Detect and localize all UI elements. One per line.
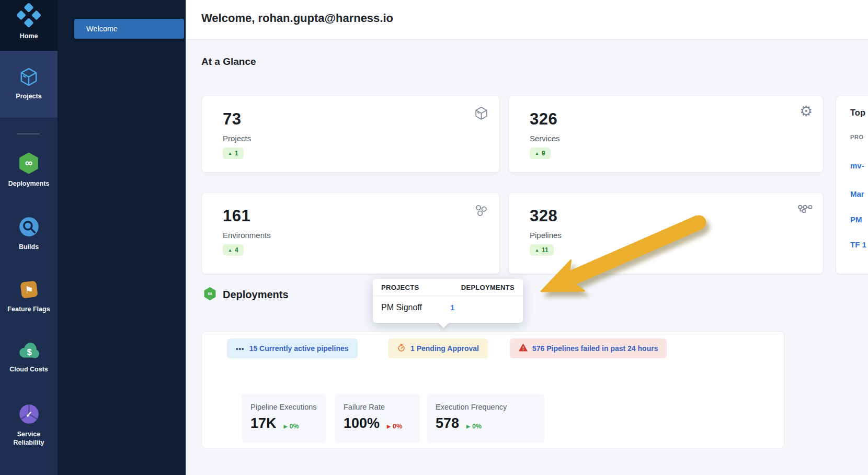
sidebar-item-label: Feature Flags bbox=[3, 305, 55, 313]
svg-text:∞: ∞ bbox=[25, 157, 32, 168]
sidebar-item-home[interactable]: Home bbox=[0, 3, 58, 40]
stat-value: 328 bbox=[530, 207, 557, 225]
sidebar-divider bbox=[17, 133, 40, 134]
project-link[interactable]: mv- bbox=[850, 161, 864, 170]
metric-failure-rate: Failure Rate 100% ▶ 0% bbox=[335, 394, 420, 443]
sidebar-item-label: Home bbox=[3, 32, 55, 40]
sidebar-item-label: Service Reliability bbox=[3, 430, 55, 447]
trend-play-icon: ▶ bbox=[284, 424, 288, 429]
pending-approval-badge[interactable]: 1 Pending Approval bbox=[388, 338, 488, 358]
stat-value: 73 bbox=[223, 110, 241, 129]
metric-execution-frequency: Execution Frequency 578 ▶ 0% bbox=[427, 394, 544, 443]
svg-text:$: $ bbox=[27, 347, 32, 357]
sidebar-item-label: Deployments bbox=[3, 179, 55, 188]
metric-delta: ▶ 0% bbox=[466, 423, 482, 430]
deployments-heading: ∞ Deployments bbox=[203, 287, 289, 303]
metric-delta: ▶ 0% bbox=[284, 423, 299, 430]
gear-icon: ⚙ bbox=[800, 103, 813, 120]
sidebar-item-projects[interactable]: Projects bbox=[0, 66, 58, 100]
project-link[interactable]: TF 1 bbox=[850, 240, 866, 249]
project-link[interactable]: Mar bbox=[850, 189, 864, 198]
sidebar-item-builds[interactable]: Builds bbox=[0, 216, 58, 251]
delta-badge: ▲ 11 bbox=[530, 244, 554, 256]
cloud-costs-icon: $ bbox=[17, 342, 41, 363]
deployments-heading-label: Deployments bbox=[223, 289, 289, 301]
environments-cluster-icon bbox=[473, 202, 489, 220]
subnav-item-label: Welcome bbox=[86, 25, 118, 33]
metric-label: Failure Rate bbox=[344, 403, 420, 411]
stat-value: 161 bbox=[223, 207, 250, 225]
svg-text:∞: ∞ bbox=[208, 290, 212, 297]
sidebar-item-label: Builds bbox=[3, 243, 55, 251]
builds-icon bbox=[18, 216, 40, 240]
popup-col-projects: PROJECTS bbox=[381, 284, 419, 291]
trend-up-icon: ▲ bbox=[228, 151, 232, 156]
popup-col-deployments: DEPLOYMENTS bbox=[461, 284, 515, 291]
at-a-glance-heading: At a Glance bbox=[201, 56, 256, 67]
cube-icon bbox=[474, 106, 489, 123]
trend-play-icon: ▶ bbox=[387, 424, 391, 429]
svg-text:⚑: ⚑ bbox=[25, 285, 33, 296]
stopwatch-icon bbox=[397, 343, 406, 354]
projects-cube-icon bbox=[18, 66, 39, 89]
service-reliability-icon: ✓ bbox=[18, 403, 40, 427]
failed-pipelines-badge[interactable]: 576 Pipelines failed in past 24 hours bbox=[510, 338, 667, 358]
deployments-popup: PROJECTS DEPLOYMENTS PM Signoff 1 bbox=[373, 279, 523, 323]
pipeline-graph-icon bbox=[797, 202, 813, 220]
glance-card-pipelines[interactable]: 328 Pipelines ▲ 11 bbox=[508, 193, 824, 274]
glance-card-services[interactable]: 326 Services ▲ 9 ⚙ bbox=[508, 96, 824, 173]
deployments-hexagon-icon: ∞ bbox=[17, 152, 40, 177]
trend-up-icon: ▲ bbox=[535, 248, 539, 253]
sidebar-item-label: Cloud Costs bbox=[3, 365, 55, 374]
metric-delta: ▶ 0% bbox=[387, 423, 402, 430]
metric-value: 17K bbox=[250, 415, 277, 432]
stat-label: Services bbox=[530, 134, 560, 143]
delta-badge: ▲ 1 bbox=[223, 148, 244, 159]
popup-project-name: PM Signoff bbox=[381, 303, 422, 312]
top-card-column-label: PRO bbox=[850, 134, 864, 140]
module-sidebar: Home Projects ∞ Deployments bbox=[0, 0, 58, 475]
active-pipelines-badge[interactable]: ••• 15 Currently active pipelines bbox=[227, 338, 358, 358]
harness-dashboard: Home Projects ∞ Deployments bbox=[0, 0, 868, 475]
project-link[interactable]: PM bbox=[850, 215, 862, 224]
stat-label: Projects bbox=[223, 134, 251, 143]
metric-label: Pipeline Executions bbox=[250, 403, 326, 411]
sidebar-item-feature-flags[interactable]: ⚑ Feature Flags bbox=[0, 279, 58, 313]
page-title: Welcome, rohan.gupta@harness.io bbox=[201, 12, 393, 25]
stat-label: Environments bbox=[223, 231, 271, 240]
sidebar-item-service-reliability[interactable]: ✓ Service Reliability bbox=[0, 403, 58, 447]
metric-pipeline-executions: Pipeline Executions 17K ▶ 0% bbox=[242, 394, 326, 443]
glance-card-projects[interactable]: 73 Projects ▲ 1 bbox=[201, 96, 500, 173]
feature-flags-icon: ⚑ bbox=[18, 279, 40, 302]
trend-play-icon: ▶ bbox=[466, 424, 470, 429]
page-header: Welcome, rohan.gupta@harness.io bbox=[186, 0, 868, 40]
deployments-hexagon-icon: ∞ bbox=[203, 287, 217, 303]
sidebar-item-deployments[interactable]: ∞ Deployments bbox=[0, 152, 58, 188]
sidebar-item-label: Projects bbox=[3, 92, 55, 100]
stat-value: 326 bbox=[530, 110, 557, 129]
stat-label: Pipelines bbox=[530, 231, 562, 240]
popup-row: PM Signoff 1 bbox=[373, 296, 523, 322]
trend-up-icon: ▲ bbox=[535, 151, 539, 156]
glance-card-environments[interactable]: 161 Environments ▲ 4 bbox=[201, 193, 500, 274]
metric-value: 578 bbox=[436, 415, 459, 432]
sidebar-item-cloud-costs[interactable]: $ Cloud Costs bbox=[0, 342, 58, 374]
popup-header: PROJECTS DEPLOYMENTS bbox=[373, 279, 523, 296]
deployments-panel: ••• 15 Currently active pipelines 1 Pend… bbox=[201, 331, 784, 448]
metric-label: Execution Frequency bbox=[436, 403, 544, 411]
top-projects-card: Top PRO mv- Mar PM TF 1 bbox=[836, 96, 868, 274]
delta-badge: ▲ 9 bbox=[530, 148, 551, 159]
warning-icon bbox=[519, 343, 528, 354]
subnav-item-welcome[interactable]: Welcome bbox=[74, 19, 184, 39]
ellipsis-icon: ••• bbox=[236, 345, 245, 353]
harness-logo-icon bbox=[17, 3, 41, 29]
secondary-sidebar: Welcome bbox=[58, 0, 186, 475]
metric-value: 100% bbox=[344, 415, 380, 432]
delta-badge: ▲ 4 bbox=[223, 244, 244, 256]
top-card-title: Top bbox=[850, 108, 865, 118]
popup-deployment-count-link[interactable]: 1 bbox=[450, 303, 454, 312]
svg-text:✓: ✓ bbox=[25, 410, 32, 419]
trend-up-icon: ▲ bbox=[228, 248, 232, 253]
